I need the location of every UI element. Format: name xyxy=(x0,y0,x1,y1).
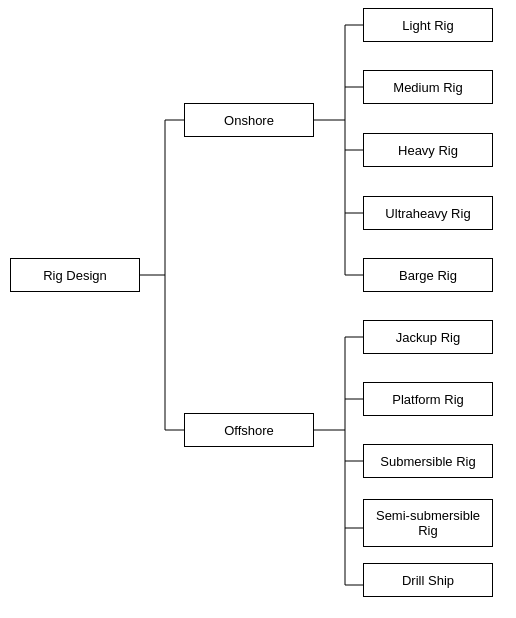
rig-design-node: Rig Design xyxy=(10,258,140,292)
submersible-rig-node: Submersible Rig xyxy=(363,444,493,478)
platform-rig-node: Platform Rig xyxy=(363,382,493,416)
ultraheavy-rig-node: Ultraheavy Rig xyxy=(363,196,493,230)
jackup-rig-node: Jackup Rig xyxy=(363,320,493,354)
medium-rig-node: Medium Rig xyxy=(363,70,493,104)
barge-rig-node: Barge Rig xyxy=(363,258,493,292)
semi-sub-rig-node: Semi-submersible Rig xyxy=(363,499,493,547)
offshore-node: Offshore xyxy=(184,413,314,447)
drill-ship-node: Drill Ship xyxy=(363,563,493,597)
heavy-rig-node: Heavy Rig xyxy=(363,133,493,167)
light-rig-node: Light Rig xyxy=(363,8,493,42)
diagram: Rig Design Onshore Offshore Light Rig Me… xyxy=(0,0,516,618)
onshore-node: Onshore xyxy=(184,103,314,137)
